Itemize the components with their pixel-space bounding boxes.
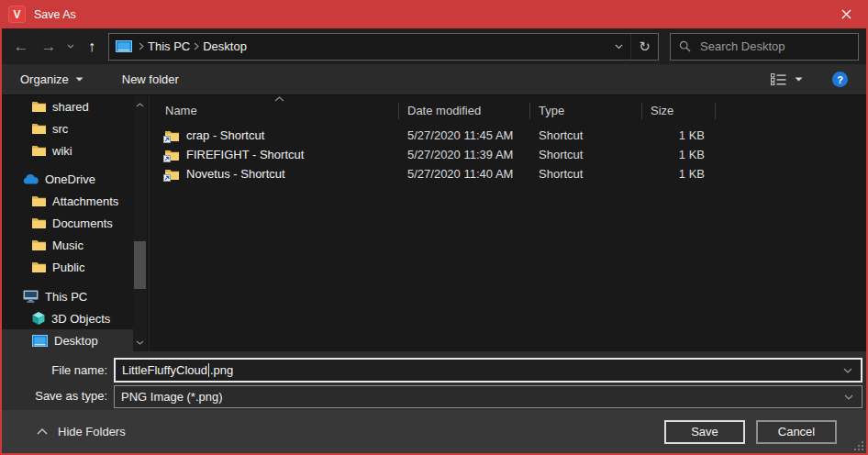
scroll-up-button[interactable] xyxy=(133,97,147,112)
up-button[interactable]: ↑ xyxy=(79,33,105,61)
folder-icon xyxy=(32,195,46,206)
sidebar-item-shared[interactable]: shared xyxy=(2,95,133,117)
folder-shortcut-icon xyxy=(165,130,179,141)
shortcut-arrow-icon xyxy=(163,174,171,182)
forward-button[interactable]: → xyxy=(35,33,62,61)
toolbar-right-group: ? xyxy=(765,70,855,89)
table-row[interactable]: crap - Shortcut 5/27/2020 11:45 AM Short… xyxy=(150,126,866,145)
breadcrumb-this-pc[interactable]: This PC xyxy=(144,39,194,53)
back-arrow-icon: ← xyxy=(14,38,29,56)
shortcut-arrow-icon xyxy=(163,136,171,143)
resize-grip[interactable] xyxy=(854,441,863,450)
chevron-up-icon xyxy=(37,428,48,435)
text-caret xyxy=(208,363,209,377)
sidebar-item-onedrive[interactable]: OneDrive xyxy=(2,168,133,190)
save-button[interactable]: Save xyxy=(664,420,745,444)
sidebar-item-desktop[interactable]: Desktop xyxy=(2,329,133,351)
footer-bar: Hide Folders Save Cancel xyxy=(2,410,866,453)
change-view-button[interactable] xyxy=(765,70,808,89)
file-size: 1 KB xyxy=(642,148,716,161)
file-name-text: LittleFluffyCloud xyxy=(122,363,207,377)
list-view-icon xyxy=(771,73,786,85)
column-header-name[interactable]: Name xyxy=(150,103,399,119)
address-bar-controls: ↻ xyxy=(606,34,658,60)
sidebar-item-label: Attachments xyxy=(52,194,118,208)
recent-locations-button[interactable] xyxy=(62,33,79,61)
chevron-down-icon xyxy=(615,44,623,50)
file-date: 5/27/2020 11:40 AM xyxy=(399,167,530,181)
scrollbar-thumb[interactable] xyxy=(134,241,146,289)
folder-icon xyxy=(32,123,46,134)
file-name-input[interactable]: LittleFluffyCloud .png xyxy=(114,358,862,383)
sidebar-item-label: Documents xyxy=(52,216,113,230)
sidebar-item-label: Music xyxy=(52,239,83,252)
new-folder-button[interactable]: New folder xyxy=(115,69,186,90)
folder-icon xyxy=(32,145,46,156)
up-arrow-icon: ↑ xyxy=(88,39,95,55)
organize-button[interactable]: Organize xyxy=(13,69,91,90)
save-as-dialog: V Save As ← → ↑ This PC Des xyxy=(0,0,868,455)
sidebar-item-3d-objects[interactable]: 3D Objects xyxy=(2,307,133,329)
column-header-type[interactable]: Type xyxy=(530,103,642,119)
sidebar-spacer xyxy=(2,161,149,168)
titlebar[interactable]: V Save As xyxy=(2,0,866,28)
file-name-cell: crap - Shortcut xyxy=(150,128,399,142)
file-rows: crap - Shortcut 5/27/2020 11:45 AM Short… xyxy=(150,126,866,183)
back-button[interactable]: ← xyxy=(7,33,35,61)
help-button[interactable]: ? xyxy=(832,72,848,87)
folder-icon xyxy=(32,217,46,228)
sidebar-item-attachments[interactable]: Attachments xyxy=(2,190,133,212)
file-type: Shortcut xyxy=(530,148,642,161)
hide-folders-button[interactable]: Hide Folders xyxy=(37,425,126,438)
vivaldi-app-icon: V xyxy=(8,6,26,23)
refresh-button[interactable]: ↻ xyxy=(630,34,658,60)
search-input[interactable] xyxy=(700,39,838,53)
forward-arrow-icon: → xyxy=(41,38,57,56)
cancel-button[interactable]: Cancel xyxy=(756,420,837,444)
file-list-pane: Name Date modified Type Size cra xyxy=(149,95,866,351)
table-row[interactable]: FIREFIGHT - Shortcut 5/27/2020 11:39 AM … xyxy=(150,145,866,164)
new-folder-label: New folder xyxy=(122,72,179,86)
desktop-location-icon xyxy=(116,40,132,53)
dialog-buttons: Save Cancel xyxy=(664,420,837,444)
file-name: crap - Shortcut xyxy=(186,128,264,142)
search-box[interactable] xyxy=(670,33,859,61)
sidebar-item-label: Desktop xyxy=(54,334,98,348)
desktop-monitor-icon xyxy=(32,335,48,347)
column-header-date-modified[interactable]: Date modified xyxy=(399,103,530,119)
scroll-down-button[interactable] xyxy=(133,335,147,350)
chevron-down-icon xyxy=(843,368,852,373)
sidebar-item-documents[interactable]: Documents xyxy=(2,212,133,234)
column-headers: Name Date modified Type Size xyxy=(150,95,866,120)
sidebar-scrollbar[interactable] xyxy=(133,95,147,351)
file-name-row: File name: LittleFluffyCloud .png xyxy=(2,358,866,383)
file-name-dropdown-button[interactable] xyxy=(843,368,861,373)
chevron-up-icon xyxy=(136,103,144,107)
address-dropdown-button[interactable] xyxy=(606,34,630,60)
sidebar-item-src[interactable]: src xyxy=(2,117,133,139)
file-name-cell: FIREFIGHT - Shortcut xyxy=(150,148,399,161)
file-name: Novetus - Shortcut xyxy=(186,167,285,181)
sidebar-item-public[interactable]: Public xyxy=(2,256,133,278)
file-name-extension: .png xyxy=(210,363,233,377)
help-icon: ? xyxy=(837,74,843,85)
folder-icon xyxy=(32,239,46,250)
sidebar-item-label: OneDrive xyxy=(45,172,95,186)
sidebar-item-wiki[interactable]: wiki xyxy=(2,139,133,161)
organize-label: Organize xyxy=(20,72,69,86)
main-area: shared src wiki OneDrive Attachments xyxy=(2,95,866,351)
search-icon xyxy=(679,40,691,52)
file-name: FIREFIGHT - Shortcut xyxy=(186,148,304,161)
sidebar-item-music[interactable]: Music xyxy=(2,234,133,256)
close-button[interactable] xyxy=(826,0,866,28)
sidebar-item-this-pc[interactable]: This PC xyxy=(2,285,133,307)
refresh-icon: ↻ xyxy=(639,39,651,55)
save-as-type-select[interactable]: PNG Image (*.png) xyxy=(114,385,862,408)
shortcut-arrow-icon xyxy=(163,155,171,162)
column-header-size[interactable]: Size xyxy=(642,103,716,119)
save-as-type-dropdown-button[interactable] xyxy=(844,394,862,400)
address-bar[interactable]: This PC Desktop ↻ xyxy=(108,33,659,61)
breadcrumb-desktop[interactable]: Desktop xyxy=(199,39,250,53)
table-row[interactable]: Novetus - Shortcut 5/27/2020 11:40 AM Sh… xyxy=(150,164,866,183)
sidebar-item-label: shared xyxy=(52,100,89,114)
